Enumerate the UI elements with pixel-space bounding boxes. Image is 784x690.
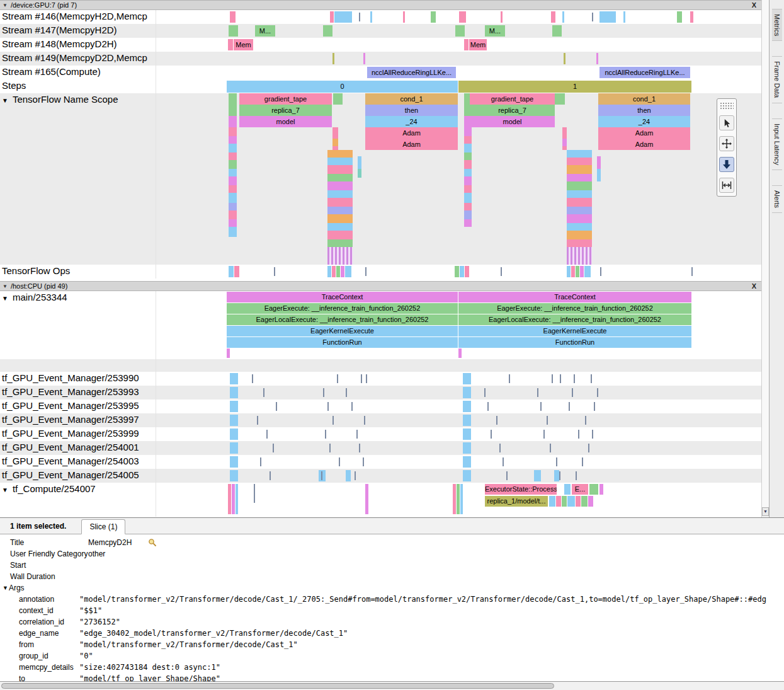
trace-event[interactable] — [229, 152, 237, 160]
trace-event-tick[interactable] — [600, 267, 601, 276]
trace-event[interactable] — [230, 387, 238, 398]
trace-event[interactable]: _24 — [598, 116, 690, 127]
trace-event[interactable] — [567, 496, 575, 507]
trace-event[interactable] — [229, 266, 234, 277]
trace-event[interactable]: EagerExecute: __inference_train_function… — [458, 303, 691, 314]
trace-event[interactable] — [464, 152, 472, 160]
trace-event-tick[interactable] — [366, 374, 367, 383]
trace-event[interactable] — [464, 160, 472, 169]
trace-event[interactable] — [229, 127, 237, 136]
sidebar-tab-alerts[interactable]: Alerts — [772, 185, 782, 213]
trace-event-tick[interactable] — [270, 471, 271, 480]
trace-event[interactable] — [327, 165, 353, 174]
trace-event-tick[interactable] — [365, 267, 366, 276]
trace-event[interactable]: EagerLocalExecute: __inference_train_fun… — [227, 314, 458, 325]
trace-event[interactable] — [229, 210, 237, 219]
trace-event[interactable] — [463, 401, 471, 412]
trace-event[interactable]: gradient_tape — [470, 93, 555, 105]
trace-event[interactable]: TraceContext — [227, 292, 458, 302]
trace-event-tick[interactable] — [321, 471, 322, 480]
trace-event[interactable] — [234, 266, 239, 277]
trace-event[interactable] — [460, 484, 463, 514]
trace-event[interactable] — [459, 11, 466, 23]
trace-event[interactable] — [571, 266, 575, 277]
trace-event[interactable] — [464, 136, 472, 144]
zoom-tool-button[interactable] — [719, 157, 734, 172]
trace-event[interactable] — [333, 93, 343, 105]
trace-event[interactable] — [599, 484, 603, 495]
trace-event[interactable] — [332, 127, 338, 139]
trace-event[interactable] — [228, 39, 233, 50]
trace-event-tick[interactable] — [332, 416, 334, 425]
trace-event[interactable] — [327, 266, 331, 277]
trace-event[interactable] — [232, 484, 235, 514]
collapse-icon[interactable]: ▼ — [3, 284, 8, 289]
trace-event[interactable]: 0 — [227, 81, 458, 93]
row-track[interactable]: gradient_tapereplica_7modelcond_1then_24… — [156, 93, 761, 265]
trace-event[interactable]: Adam — [365, 127, 458, 139]
trace-event-tick[interactable] — [588, 444, 589, 452]
row-track[interactable]: ncclAllReduceRingLLKe...ncclAllReduceRin… — [156, 66, 761, 79]
trace-event[interactable] — [567, 181, 592, 190]
trace-event[interactable] — [403, 11, 405, 23]
trace-event-tick[interactable] — [266, 430, 268, 439]
trace-event-tick[interactable] — [503, 457, 504, 466]
trace-event[interactable] — [358, 156, 361, 169]
expand-icon[interactable]: ▼ — [2, 486, 8, 493]
trace-event[interactable] — [564, 484, 571, 495]
trace-event[interactable] — [567, 223, 592, 231]
trace-event-tick[interactable] — [351, 402, 353, 411]
trace-event-tick[interactable] — [506, 471, 508, 480]
sidebar-tab-input-latency[interactable]: Input Latency — [772, 118, 782, 170]
trace-event[interactable]: Mem — [469, 39, 487, 50]
trace-event[interactable] — [334, 11, 352, 23]
trace-event[interactable] — [562, 496, 567, 507]
trace-event[interactable]: EagerExecute: __inference_train_function… — [227, 303, 458, 314]
trace-event-tick[interactable] — [556, 457, 557, 466]
trace-event[interactable] — [453, 484, 456, 514]
trace-event[interactable] — [236, 484, 238, 514]
trace-event[interactable]: Adam — [598, 139, 690, 150]
trace-event[interactable]: FunctionRun — [227, 337, 458, 348]
trace-event[interactable] — [562, 139, 567, 146]
trace-event[interactable] — [567, 190, 592, 198]
trace-event[interactable]: model — [239, 116, 332, 127]
trace-event[interactable] — [534, 470, 541, 481]
trace-event[interactable] — [464, 185, 472, 193]
trace-event[interactable] — [254, 484, 255, 503]
trace-event-tick[interactable] — [327, 402, 329, 411]
trace-event[interactable]: EagerLocalExecute: __inference_train_fun… — [458, 314, 691, 325]
trace-event[interactable] — [327, 223, 353, 231]
trace-event[interactable] — [365, 484, 368, 514]
trace-event[interactable] — [589, 484, 598, 495]
row-track[interactable] — [156, 400, 761, 413]
trace-event[interactable]: Adam — [598, 127, 690, 139]
trace-event-tick[interactable] — [592, 13, 593, 21]
trace-event-tick[interactable] — [263, 388, 264, 397]
trace-event[interactable] — [463, 442, 471, 454]
trace-event-tick[interactable] — [569, 402, 570, 411]
row-label[interactable]: ▼main/253344 — [0, 291, 156, 359]
trace-event[interactable] — [501, 11, 503, 23]
trace-event[interactable] — [584, 266, 591, 277]
trace-event-tick[interactable] — [540, 402, 542, 411]
row-track[interactable] — [156, 413, 761, 427]
row-track[interactable] — [156, 52, 761, 66]
trace-event-tick[interactable] — [257, 416, 258, 425]
trace-event[interactable] — [230, 428, 238, 440]
trace-event[interactable] — [327, 207, 353, 214]
trace-event[interactable] — [599, 11, 616, 23]
trace-event[interactable] — [458, 348, 462, 358]
trace-event[interactable] — [336, 266, 340, 277]
trace-event[interactable] — [567, 247, 592, 265]
gpu-close-button[interactable]: X — [752, 1, 756, 9]
trace-event[interactable] — [464, 176, 472, 185]
trace-event[interactable] — [460, 266, 464, 277]
row-track[interactable] — [156, 441, 761, 455]
trace-event[interactable] — [455, 25, 465, 37]
select-tool-button[interactable] — [719, 115, 734, 130]
trace-event[interactable]: _24 — [365, 116, 458, 127]
row-track[interactable] — [156, 359, 761, 372]
trace-event[interactable]: FunctionRun — [458, 337, 691, 348]
trace-event[interactable] — [332, 266, 336, 277]
